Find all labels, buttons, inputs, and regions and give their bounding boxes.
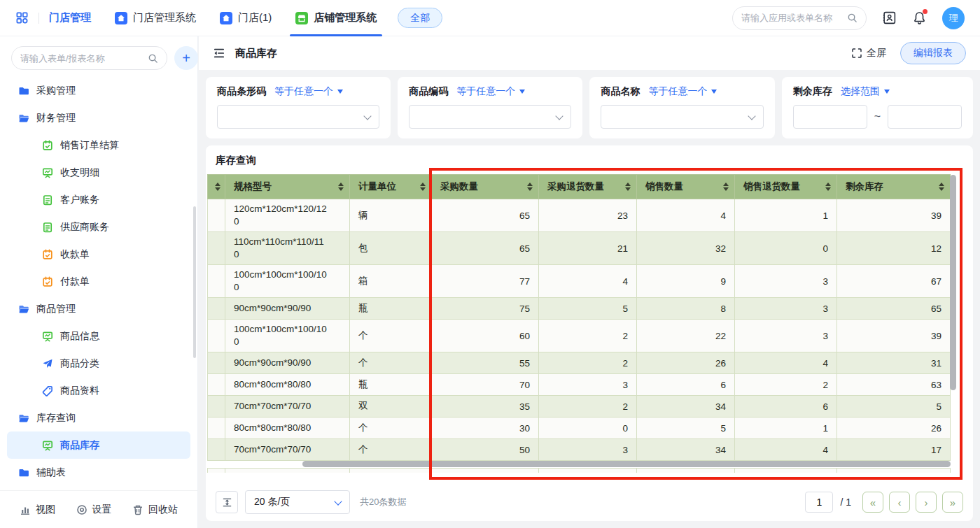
sort-icon[interactable] — [215, 183, 220, 191]
doc-icon — [42, 194, 53, 206]
first-page-button[interactable]: « — [862, 492, 883, 513]
cell: 90cm*90cm*90/90 — [225, 298, 350, 320]
page-size-select[interactable]: 20 条/页 — [245, 490, 350, 514]
last-page-button[interactable]: » — [942, 492, 963, 513]
cell: 0 — [735, 232, 837, 265]
footer-trash-button[interactable]: 回收站 — [132, 504, 178, 516]
peek-table — [207, 468, 951, 473]
sidebar-item-label: 商品管理 — [36, 303, 76, 315]
footer-chart-button[interactable]: 视图 — [20, 504, 55, 516]
tab-1[interactable]: 门店(1) — [220, 0, 272, 36]
sort-icon[interactable] — [338, 183, 344, 191]
range-min-input[interactable] — [793, 105, 867, 129]
add-form-button[interactable]: + — [174, 46, 198, 70]
cell: 70cm*70cm*70/70 — [225, 396, 350, 418]
sidebar-item-10[interactable]: 商品分类 — [7, 350, 190, 377]
filter-condition-dropdown[interactable]: 等于任意一个 — [274, 85, 343, 98]
sidebar-item-9[interactable]: 商品信息 — [7, 322, 190, 350]
sidebar-scrollbar[interactable] — [193, 206, 196, 358]
brand-link[interactable]: 门店管理 — [49, 11, 91, 24]
sidebar-item-8[interactable]: 商品管理 — [7, 295, 190, 322]
edit-report-button[interactable]: 编辑报表 — [900, 42, 966, 64]
filter-condition-dropdown[interactable]: 选择范围 — [841, 85, 890, 98]
sidebar-item-3[interactable]: 收支明细 — [7, 159, 190, 186]
sort-icon[interactable] — [420, 183, 426, 191]
sort-icon[interactable] — [939, 183, 944, 191]
tab-2[interactable]: 店铺管理系统 — [295, 0, 377, 36]
folderOpen-icon — [18, 113, 29, 124]
horizontal-scrollbar[interactable] — [302, 461, 951, 467]
topbar-search[interactable] — [732, 6, 867, 30]
row-stub-cell — [208, 439, 225, 461]
sidebar-item-5[interactable]: 供应商账务 — [7, 213, 190, 241]
sidebar-item-label: 商品分类 — [60, 357, 99, 370]
sidebar-item-4[interactable]: 客户账务 — [7, 186, 190, 213]
topbar-search-input[interactable] — [741, 13, 843, 23]
sort-icon[interactable] — [625, 183, 631, 191]
cell: 26 — [837, 418, 951, 439]
vertical-scrollbar[interactable] — [950, 175, 956, 390]
sort-icon[interactable] — [527, 183, 533, 191]
peek-cell — [539, 469, 637, 473]
table-row-5: 90cm*90cm*90/90个55226431 — [208, 352, 951, 374]
sidebar-item-7[interactable]: 付款单 — [7, 268, 190, 295]
row-stub-cell — [208, 418, 225, 439]
sidebar-item-label: 收支明细 — [60, 166, 99, 179]
table-col-1[interactable]: 计量单位 — [350, 175, 432, 199]
table-col-6[interactable]: 剩余库存 — [837, 175, 951, 199]
cell: 2 — [735, 374, 837, 396]
sort-icon[interactable] — [825, 183, 831, 191]
tab-0[interactable]: 门店管理系统 — [115, 0, 196, 36]
sidebar-item-14[interactable]: 辅助表 — [7, 459, 190, 486]
filter-select[interactable] — [409, 105, 571, 129]
cell: 17 — [837, 439, 951, 461]
sidebar-item-1[interactable]: 财务管理 — [7, 104, 190, 131]
table-col-0[interactable]: 规格型号 — [225, 175, 350, 199]
filter-condition-dropdown[interactable]: 等于任意一个 — [456, 85, 525, 98]
sidebar-item-label: 辅助表 — [36, 466, 66, 479]
page-total-text: / 1 — [840, 497, 851, 508]
app-grid-icon[interactable] — [15, 11, 29, 24]
sort-icon[interactable] — [723, 183, 729, 191]
cell: 39 — [837, 199, 951, 232]
folder-icon — [18, 467, 29, 478]
cell: 瓶 — [350, 374, 432, 396]
fullscreen-button[interactable]: 全屏 — [851, 47, 886, 59]
chevron-down-icon — [748, 112, 755, 120]
prev-page-button[interactable]: ‹ — [889, 492, 910, 513]
sidebar-item-6[interactable]: 收款单 — [7, 241, 190, 268]
table-col-2[interactable]: 采购数量 — [432, 175, 539, 199]
filter-condition-dropdown[interactable]: 等于任意一个 — [648, 85, 717, 98]
collapse-sidebar-icon[interactable] — [213, 47, 225, 59]
chevron-down-icon — [334, 497, 342, 505]
peek-cell — [837, 469, 951, 473]
table-col-5[interactable]: 销售退货数量 — [735, 175, 837, 199]
row-height-button[interactable] — [216, 491, 238, 513]
horizontal-scrollbar-track — [207, 461, 950, 468]
contacts-icon[interactable] — [882, 10, 897, 25]
sidebar-search[interactable] — [11, 46, 167, 70]
cell: 70 — [432, 374, 539, 396]
filter-select[interactable] — [217, 105, 379, 129]
next-page-button[interactable]: › — [916, 492, 937, 513]
table-col-stub[interactable] — [208, 175, 225, 199]
all-apps-pill[interactable]: 全部 — [398, 8, 442, 28]
footer-gear-button[interactable]: 设置 — [76, 504, 112, 516]
range-max-input[interactable] — [888, 105, 962, 129]
sidebar-item-0[interactable]: 采购管理 — [7, 77, 190, 104]
page-number-input[interactable] — [805, 492, 833, 513]
filter-select[interactable] — [601, 105, 763, 129]
sidebar-item-11[interactable]: 商品资料 — [7, 377, 190, 404]
sidebar-search-input[interactable] — [20, 53, 144, 64]
table-col-4[interactable]: 销售数量 — [637, 175, 735, 199]
notification-bell-icon[interactable] — [912, 10, 927, 25]
sidebar-item-2[interactable]: 销售订单结算 — [7, 131, 190, 159]
table-col-3[interactable]: 采购退货数量 — [539, 175, 637, 199]
cell: 9 — [637, 265, 735, 298]
topbar-tabs: 门店管理系统门店(1)店铺管理系统 — [91, 0, 377, 36]
next-row-peek — [207, 468, 973, 473]
sidebar-item-12[interactable]: 库存查询 — [7, 404, 190, 431]
cell: 5 — [539, 298, 637, 320]
avatar[interactable]: 理 — [942, 7, 965, 29]
sidebar-item-13[interactable]: 商品库存 — [7, 431, 190, 459]
